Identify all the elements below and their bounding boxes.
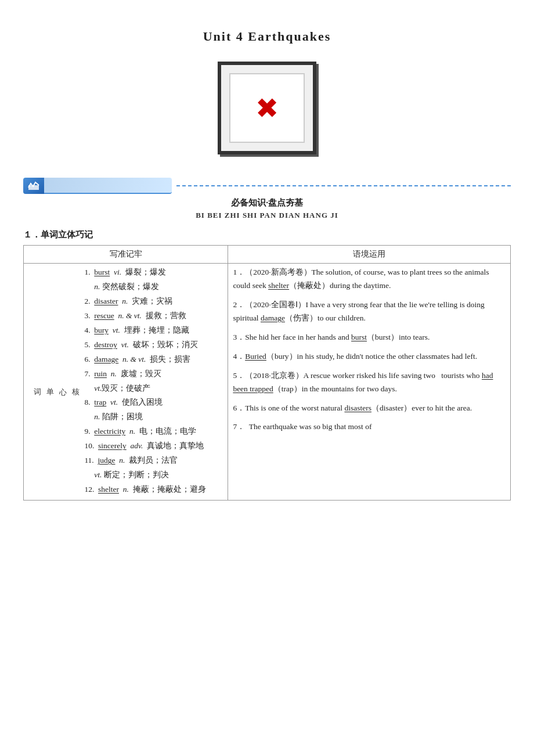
vocab-word: shelter bbox=[98, 485, 119, 494]
list-item: 4. bury vt. 埋葬；掩埋；隐藏 bbox=[84, 324, 223, 337]
context-item-1: 1．（2020·新高考卷）The solution, of course, wa… bbox=[233, 266, 506, 293]
list-item: 1. burst vi. 爆裂；爆发 bbox=[84, 266, 223, 279]
context-item-5: 5．（2018·北京卷）A rescue worker risked his l… bbox=[233, 369, 506, 396]
vocab-word: sincerely bbox=[98, 441, 127, 450]
vocab-word: electricity bbox=[94, 427, 125, 435]
core-label: 核心单词 bbox=[28, 266, 84, 498]
list-item: 12. shelter n. 掩蔽；掩蔽处；避身 bbox=[84, 483, 223, 496]
section-icon bbox=[23, 178, 44, 194]
table-header-right: 语境运用 bbox=[228, 246, 511, 264]
vocab-word: rescue bbox=[94, 311, 114, 320]
context-item-2: 2．（2020·全国卷Ⅰ）I have a very strong fear t… bbox=[233, 298, 506, 325]
vocab-left-cell: 核心单词 1. burst vi. 爆裂；爆发 n. 突然破裂；爆发 2. di… bbox=[24, 264, 228, 501]
vocab-word: ruin bbox=[94, 369, 107, 378]
section-title-bar bbox=[44, 178, 172, 194]
context-blank: had been trapped bbox=[233, 371, 493, 393]
list-item: vt.毁灭；使破产 bbox=[84, 382, 223, 395]
table-header-left: 写准记牢 bbox=[24, 246, 228, 264]
table-row-main: 核心单词 1. burst vi. 爆裂；爆发 n. 突然破裂；爆发 2. di… bbox=[24, 264, 511, 501]
subsection-title: １．单词立体巧记 bbox=[23, 229, 511, 240]
unit-image-box: ✖ bbox=[218, 62, 316, 154]
list-item: n. 突然破裂；爆发 bbox=[84, 280, 223, 294]
context-right-cell: 1．（2020·新高考卷）The solution, of course, wa… bbox=[228, 264, 511, 501]
page-title: Unit 4 Earthquakes bbox=[23, 29, 511, 44]
list-item: 8. trap vt. 使陷入困境 bbox=[84, 396, 223, 409]
list-item: 11. judge n. 裁判员；法官 bbox=[84, 454, 223, 467]
vocab-word: burst bbox=[94, 268, 110, 276]
list-item: vt. 断定；判断；判决 bbox=[84, 469, 223, 482]
list-item: 9. electricity n. 电；电流；电学 bbox=[84, 425, 223, 438]
section-header bbox=[23, 178, 511, 194]
context-item-7: 7． The earthquake was so big that most o… bbox=[233, 420, 506, 434]
unit-image-area: ✖ bbox=[23, 62, 511, 154]
context-item-6: 6．This is one of the worst natural disas… bbox=[233, 402, 506, 415]
list-item: 6. damage n. & vt. 损失；损害 bbox=[84, 353, 223, 366]
vocab-table: 写准记牢 语境运用 核心单词 1. burst vi. 爆裂；爆发 n. 突然破… bbox=[23, 245, 511, 501]
list-item: n. 陷阱；困境 bbox=[84, 411, 223, 424]
vocab-word: bury bbox=[94, 326, 109, 334]
context-item-4: 4．Buried（bury）in his study, he didn't no… bbox=[233, 350, 506, 363]
list-item: 5. destroy vt. 破坏；毁坏；消灭 bbox=[84, 339, 223, 352]
broken-image-icon: ✖ bbox=[255, 92, 279, 124]
list-item: 10. sincerely adv. 真诚地；真挚地 bbox=[84, 440, 223, 453]
context-blank: damage bbox=[261, 314, 285, 322]
section-dashed-line bbox=[176, 185, 511, 186]
vocab-word: disaster bbox=[94, 297, 118, 305]
broken-image-inner: ✖ bbox=[229, 73, 305, 143]
list-item: 3. rescue n. & vt. 援救；营救 bbox=[84, 309, 223, 323]
vocab-word: trap bbox=[94, 398, 106, 406]
section-subtitle: 必备知识·盘点夯基 bbox=[23, 197, 511, 208]
context-blank: disasters bbox=[344, 404, 371, 412]
list-item: 2. disaster n. 灾难；灾祸 bbox=[84, 295, 223, 308]
vocab-word: destroy bbox=[94, 340, 117, 349]
context-blank: Buried bbox=[245, 352, 266, 361]
vocab-entries: 1. burst vi. 爆裂；爆发 n. 突然破裂；爆发 2. disaste… bbox=[84, 266, 223, 498]
context-blank: shelter bbox=[268, 281, 289, 290]
vocab-word: judge bbox=[98, 456, 116, 465]
context-blank: burst bbox=[351, 333, 367, 341]
section-pinyin: BI BEI ZHI SHI PAN DIAN HANG JI bbox=[23, 211, 511, 220]
list-item: 7. ruin n. 废墟；毁灭 bbox=[84, 368, 223, 381]
context-item-3: 3．She hid her face in her hands and burs… bbox=[233, 331, 506, 344]
vocab-word: damage bbox=[94, 355, 118, 363]
